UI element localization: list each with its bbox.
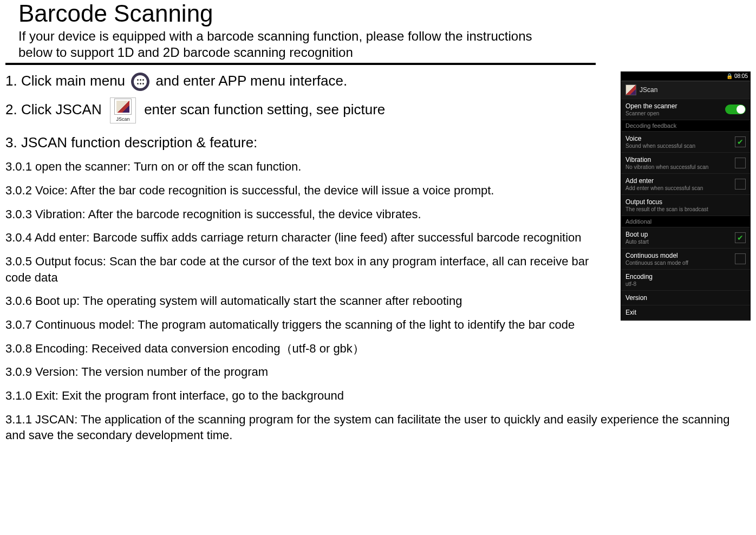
row-sub: The result of the scan is broadcast [625, 206, 708, 212]
row-exit[interactable]: Exit [621, 305, 750, 320]
row-add-enter[interactable]: Add enter Add enter when successful scan… [621, 174, 750, 195]
row-title: Version [625, 294, 647, 302]
row-encoding[interactable]: Encoding utf-8 [621, 270, 750, 291]
row-sub: Auto start [625, 239, 649, 245]
checkbox-unchecked-icon[interactable]: ✔ [735, 179, 746, 190]
row-title: Vibration [625, 156, 708, 164]
desc-item-309: 3.0.9 Version: The version number of the… [5, 364, 751, 380]
section-additional: Additional [621, 216, 750, 227]
checkbox-checked-icon[interactable]: ✔ [735, 136, 746, 147]
desc-item-308: 3.0.8 Encoding: Received data conversion… [5, 341, 751, 357]
checkbox-unchecked-icon[interactable]: ✔ [735, 158, 746, 168]
row-continuous-model[interactable]: Continuous model Continuous scan mode of… [621, 249, 750, 270]
row-boot-up[interactable]: Boot up Auto start ✔ [621, 227, 750, 249]
subtitle-line-2: below to support 1D and 2D barcode scann… [18, 44, 751, 61]
row-version[interactable]: Version [621, 291, 750, 305]
row-title: Voice [625, 135, 695, 142]
row-sub: Continuous scan mode off [625, 260, 688, 266]
row-title: Output focus [625, 198, 708, 206]
checkbox-unchecked-icon[interactable]: ✔ [735, 253, 746, 264]
lock-icon: 🔒 [726, 73, 733, 79]
step-1-text-b: and enter APP menu interface. [156, 73, 348, 89]
row-sub: Scanner open [625, 110, 677, 116]
row-sub: Add enter when successful scan [625, 185, 703, 191]
step-2-text-b: enter scan function setting, see picture [144, 101, 385, 118]
row-sub: utf-8 [625, 281, 653, 287]
status-bar: 🔒 08:05 [621, 72, 750, 81]
row-voice[interactable]: Voice Sound when successful scan ✔ [621, 132, 750, 153]
checkbox-checked-icon[interactable]: ✔ [735, 232, 746, 243]
section-decoding-feedback: Decoding feedback [621, 120, 750, 132]
jscan-icon-label: JScan [116, 116, 129, 122]
row-title: Continuous model [625, 252, 688, 259]
phone-screenshot: 🔒 08:05 JScan Open the scanner Scanner o… [621, 71, 751, 321]
toggle-on-icon[interactable] [725, 105, 746, 114]
divider [5, 63, 596, 65]
step-2-text-a: 2. Click JSCAN [5, 101, 106, 118]
main-menu-icon [131, 73, 149, 91]
row-title: Open the scanner [625, 102, 677, 110]
jscan-app-icon: JScan [110, 97, 136, 123]
jscan-mini-icon [625, 84, 636, 95]
row-title: Encoding [625, 273, 653, 280]
row-sub: Sound when successful scan [625, 143, 695, 149]
row-title: Add enter [625, 177, 703, 185]
row-title: Boot up [625, 231, 649, 238]
page-title: Barcode Scanning [18, 0, 751, 27]
subtitle-line-1: If your device is equipped with a barcod… [18, 28, 751, 44]
row-vibration[interactable]: Vibration No vibration when successful s… [621, 153, 750, 174]
desc-item-311: 3.1.1 JSCAN: The application of the scan… [5, 412, 751, 443]
desc-item-310: 3.1.0 Exit: Exit the program front inter… [5, 388, 751, 404]
step-1-text-a: 1. Click main menu [5, 73, 129, 89]
row-sub: No vibration when successful scan [625, 164, 708, 170]
app-title: JScan [640, 86, 657, 94]
row-open-scanner[interactable]: Open the scanner Scanner open [621, 99, 750, 120]
app-header: JScan [621, 81, 750, 99]
row-title: Exit [625, 309, 636, 316]
row-output-focus[interactable]: Output focus The result of the scan is b… [621, 195, 750, 216]
status-time: 08:05 [734, 73, 748, 79]
